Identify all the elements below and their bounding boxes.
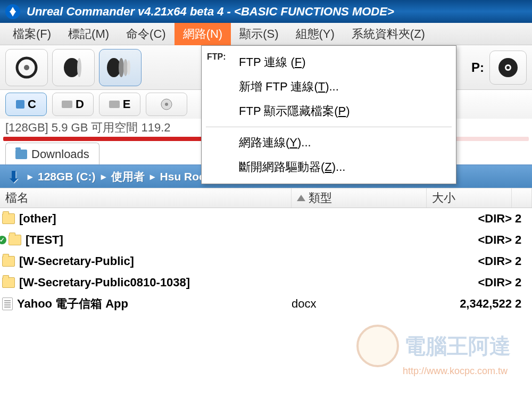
tab-label: Downloads	[31, 147, 89, 161]
network-menu-dropdown: FTP: FTP 連線 (F) 新增 FTP 連線(T)... FTP 顯示隱藏…	[201, 45, 456, 184]
breadcrumb-item[interactable]: 使用者	[111, 169, 145, 184]
watermark-url: http://www.kocpc.com.tw	[403, 366, 508, 377]
file-size: <DIR>	[427, 212, 512, 226]
drive-e[interactable]: E	[99, 93, 140, 116]
tab-downloads[interactable]: Downloads	[5, 143, 99, 164]
toolbar-btn-lens-stack[interactable]	[99, 49, 142, 86]
file-size: <DIR>	[427, 254, 512, 268]
svg-point-10	[506, 66, 510, 69]
file-name: [W-Secretary-Public]	[19, 254, 134, 268]
toolbar-btn-refresh[interactable]	[5, 49, 48, 86]
drive-letter: D	[76, 97, 84, 111]
menu-file[interactable]: 檔案(F)	[4, 23, 60, 45]
title-bar: Unreal Commander v4.21x64 beta 4 - <BASI…	[0, 0, 532, 23]
drive-c[interactable]: C	[5, 93, 47, 116]
list-item[interactable]: [W-Secretary-Public0810-1038] <DIR> 2	[0, 272, 532, 293]
drive-letter: E	[123, 97, 131, 111]
chevron-right-icon: ▸	[150, 171, 155, 183]
column-type-label: 類型	[309, 190, 332, 206]
folder-icon	[2, 256, 15, 267]
folder-icon	[2, 213, 15, 224]
menu-ftp-connect[interactable]: FTP 連線 (F)	[202, 50, 456, 75]
list-item[interactable]: [other] <DIR> 2	[0, 208, 532, 229]
menu-network-connect[interactable]: 網路連線(Y)...	[202, 130, 456, 155]
file-size: <DIR>	[427, 276, 512, 290]
menu-network[interactable]: 網路(N)	[174, 23, 231, 45]
menu-mark[interactable]: 標記(M)	[60, 23, 118, 45]
target-icon	[14, 55, 39, 80]
folder-icon	[15, 150, 27, 159]
column-size[interactable]: 大小	[427, 188, 512, 208]
svg-point-1	[24, 65, 29, 70]
drive-d[interactable]: D	[52, 93, 94, 116]
document-icon	[2, 297, 13, 310]
column-headers: 檔名 類型 大小	[0, 188, 532, 208]
toolbar-btn-disc[interactable]	[489, 51, 527, 85]
watermark-text: 電腦王阿達	[404, 332, 511, 361]
menu-config[interactable]: 組態(Y)	[287, 23, 343, 45]
file-list: [other] <DIR> 2 ✓[TEST] <DIR> 2 [W-Secre…	[0, 208, 532, 315]
column-extra[interactable]	[512, 188, 532, 208]
file-last: 2	[512, 276, 530, 290]
list-item[interactable]: ✓[TEST] <DIR> 2	[0, 229, 532, 251]
svg-point-5	[119, 58, 124, 77]
file-name: [W-Secretary-Public0810-1038]	[19, 276, 190, 290]
menu-bar: 檔案(F) 標記(M) 命令(C) 網路(N) 顯示(S) 組態(Y) 系統資料…	[0, 23, 532, 45]
column-type[interactable]: 類型	[292, 188, 427, 208]
lens-icon	[61, 55, 86, 80]
toolbar-btn-lens1[interactable]	[52, 49, 95, 86]
file-last: 2	[512, 297, 530, 311]
breadcrumb-item[interactable]: 128GB (C:)	[38, 170, 96, 183]
file-name: [TEST]	[26, 233, 63, 247]
svg-point-7	[127, 60, 130, 75]
menu-ftp-new[interactable]: 新增 FTP 連線(T)...	[202, 75, 456, 99]
lens-stack-icon	[105, 55, 135, 80]
drive-icon	[16, 100, 24, 109]
drive-icon	[109, 101, 120, 108]
menu-show[interactable]: 顯示(S)	[231, 23, 287, 45]
drive-optical[interactable]	[146, 93, 187, 116]
menu-command[interactable]: 命令(C)	[118, 23, 174, 45]
list-item[interactable]: Yahoo 電子信箱 App docx 2,342,522 2	[0, 293, 532, 315]
svg-point-12	[165, 103, 168, 106]
app-icon	[5, 4, 20, 19]
chevron-right-icon: ▸	[28, 171, 32, 183]
svg-point-6	[123, 59, 128, 76]
dropdown-section-label: FTP:	[207, 52, 226, 62]
folder-icon	[9, 235, 21, 245]
toolbar-drive-label: P:	[471, 60, 484, 75]
drive-letter: C	[28, 97, 36, 111]
menu-separator	[206, 127, 452, 127]
breadcrumb-dropdown-icon[interactable]: ⬇	[4, 168, 22, 186]
file-last: 2	[512, 254, 530, 268]
disk-space-text: [128GB] 5.9 GB 可用空間 119.2	[5, 120, 171, 136]
app-title: Unreal Commander v4.21x64 beta 4 - <BASI…	[27, 5, 394, 19]
drive-icon	[62, 101, 72, 108]
file-size: 2,342,522	[427, 297, 512, 311]
check-icon: ✓	[0, 236, 6, 244]
file-size: <DIR>	[427, 233, 512, 247]
watermark: 電腦王阿達	[356, 325, 511, 367]
sort-ascending-icon	[297, 195, 305, 201]
chevron-right-icon: ▸	[101, 171, 106, 183]
file-type: docx	[292, 297, 427, 311]
menu-network-disconnect[interactable]: 斷開網路驅動器(Z)...	[202, 155, 456, 179]
toolbar-right: P:	[471, 51, 527, 85]
svg-point-3	[77, 58, 81, 77]
optical-drive-icon	[160, 98, 173, 111]
menu-ftp-show-hidden[interactable]: FTP 顯示隱藏檔案(P)	[202, 99, 456, 123]
disc-icon	[496, 56, 520, 79]
menu-system-folders[interactable]: 系統資料夾(Z)	[343, 23, 434, 45]
file-name: Yahoo 電子信箱 App	[17, 296, 128, 312]
folder-icon	[2, 277, 15, 288]
column-name[interactable]: 檔名	[0, 188, 292, 208]
file-last: 2	[512, 233, 530, 247]
file-name: [other]	[19, 212, 56, 226]
file-last: 2	[512, 212, 530, 226]
watermark-face-icon	[356, 325, 399, 367]
list-item[interactable]: [W-Secretary-Public] <DIR> 2	[0, 251, 532, 272]
